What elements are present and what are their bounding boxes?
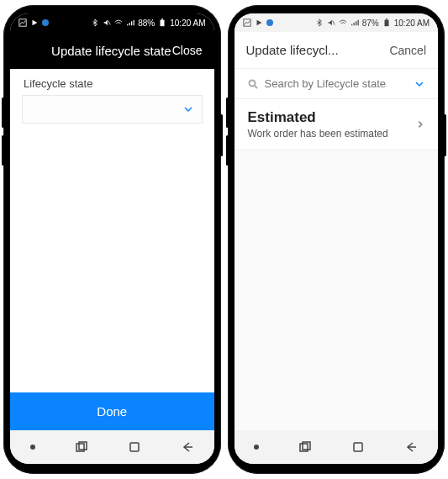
screen-left: 88% 10:20 AM Update lifecycle state Clos… (10, 13, 214, 464)
svg-rect-6 (130, 443, 139, 451)
done-button[interactable]: Done (10, 392, 214, 430)
svg-line-8 (332, 21, 335, 25)
close-button[interactable]: Close (172, 44, 203, 57)
svg-rect-3 (161, 18, 163, 20)
battery-icon (382, 18, 391, 27)
search-row[interactable] (235, 69, 439, 99)
wifi-icon (339, 18, 347, 27)
page-header: Update lifecycle state Close (10, 32, 214, 69)
nav-dot-icon (30, 445, 35, 450)
home-icon[interactable] (128, 440, 141, 454)
android-statusbar: 87% 10:20 AM (235, 13, 439, 32)
page-title: Update lifecycl... (246, 43, 339, 57)
phone-right: 87% 10:20 AM Update lifecycl... Cancel E… (228, 5, 445, 474)
chevron-right-icon (416, 120, 424, 129)
page-header: Update lifecycl... Cancel (235, 32, 439, 69)
clock-text: 10:20 AM (394, 18, 430, 28)
svg-rect-15 (354, 443, 362, 451)
svg-line-12 (255, 86, 257, 88)
lifecycle-state-dropdown[interactable] (22, 95, 203, 124)
list-item-title: Estimated (248, 109, 388, 126)
recents-icon[interactable] (75, 440, 88, 454)
back-icon[interactable] (404, 440, 418, 454)
search-input[interactable] (265, 77, 408, 90)
home-icon[interactable] (351, 440, 365, 454)
chevron-down-icon[interactable] (414, 79, 424, 89)
battery-icon (158, 18, 166, 27)
nav-dot-icon (254, 445, 259, 450)
bluetooth-icon (315, 18, 324, 27)
search-icon (248, 79, 258, 89)
wifi-icon (114, 18, 123, 27)
svg-point-11 (249, 80, 255, 86)
play-icon (255, 18, 263, 27)
bluetooth-icon (91, 18, 99, 27)
svg-rect-2 (161, 20, 165, 27)
mute-icon (103, 18, 111, 27)
battery-text: 88% (138, 18, 155, 28)
cancel-button[interactable]: Cancel (389, 44, 426, 57)
app-badge-icon (266, 19, 273, 26)
signal-icon (350, 18, 359, 27)
android-navbar (10, 430, 214, 464)
android-statusbar: 88% 10:20 AM (10, 13, 214, 32)
svg-rect-9 (384, 20, 388, 27)
signal-icon (126, 18, 134, 27)
chevron-down-icon (183, 104, 193, 114)
phone-left: 88% 10:20 AM Update lifecycle state Clos… (3, 5, 221, 474)
picture-icon (18, 18, 27, 27)
list-item-estimated[interactable]: Estimated Work order has been estimated (235, 99, 439, 150)
picture-icon (243, 18, 251, 27)
app-badge-icon (42, 19, 49, 26)
field-label-lifecycle-state: Lifecycle state (10, 69, 214, 95)
android-navbar (235, 430, 439, 464)
svg-line-1 (108, 21, 111, 25)
svg-rect-10 (386, 18, 387, 20)
screen-right: 87% 10:20 AM Update lifecycl... Cancel E… (235, 13, 439, 464)
battery-text: 87% (362, 18, 379, 28)
play-icon (30, 18, 39, 27)
mute-icon (327, 18, 335, 27)
recents-icon[interactable] (298, 440, 312, 454)
back-icon[interactable] (181, 440, 194, 454)
list-item-subtitle: Work order has been estimated (248, 128, 388, 139)
page-title: Update lifecycle state (50, 44, 172, 58)
clock-text: 10:20 AM (170, 18, 205, 28)
